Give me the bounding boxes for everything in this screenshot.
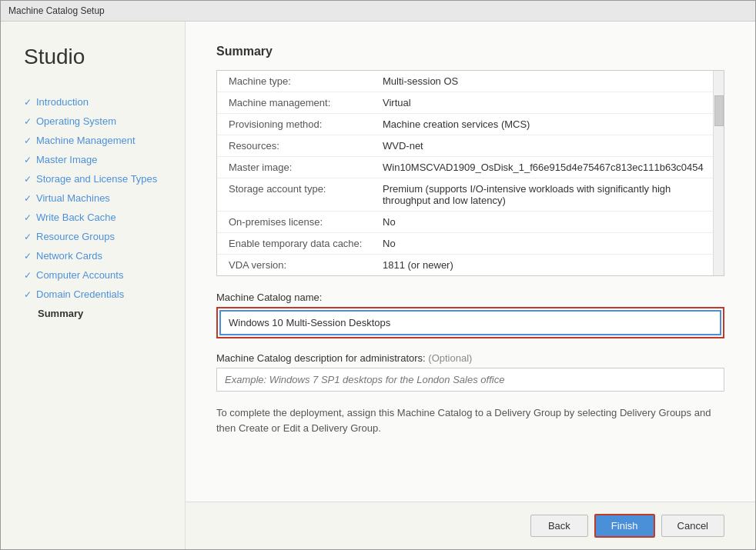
summary-row-label: Provisioning method: <box>229 118 383 130</box>
info-text: To complete the deployment, assign this … <box>216 405 724 435</box>
back-button[interactable]: Back <box>530 515 588 537</box>
title-bar: Machine Catalog Setup <box>1 1 755 22</box>
sidebar-nav: ✓Introduction✓Operating System✓Machine M… <box>24 92 169 323</box>
sidebar-label: Network Cards <box>36 250 102 262</box>
content-area: Studio ✓Introduction✓Operating System✓Ma… <box>1 22 755 549</box>
sidebar-item-network-cards[interactable]: ✓Network Cards <box>24 246 169 265</box>
summary-row: Machine management: Virtual <box>217 92 724 114</box>
summary-row-value: WVD-net <box>383 140 712 152</box>
summary-row: On-premises license: No <box>217 212 724 233</box>
summary-row: Machine type: Multi-session OS <box>217 71 724 92</box>
summary-row-label: Master image: <box>229 162 383 173</box>
summary-row-value: Premium (supports I/O-intensive workload… <box>383 183 712 206</box>
sidebar-item-machine-management[interactable]: ✓Machine Management <box>24 131 169 150</box>
sidebar-label: Master Image <box>36 154 97 165</box>
check-icon: ✓ <box>24 270 32 281</box>
summary-row-label: Resources: <box>229 140 383 152</box>
scrollbar-thumb[interactable] <box>714 95 724 126</box>
summary-row-label: On-premises license: <box>229 216 383 228</box>
window-title: Machine Catalog Setup <box>8 5 105 16</box>
description-label: Machine Catalog description for administ… <box>216 352 724 364</box>
catalog-name-red-border <box>216 307 724 338</box>
sidebar: Studio ✓Introduction✓Operating System✓Ma… <box>1 22 186 549</box>
summary-row: Storage account type: Premium (supports … <box>217 178 724 212</box>
sidebar-item-storage-license-types[interactable]: ✓Storage and License Types <box>24 169 169 188</box>
main-window: Machine Catalog Setup Studio ✓Introducti… <box>0 0 756 550</box>
cancel-button[interactable]: Cancel <box>661 515 724 537</box>
sidebar-label: Summary <box>38 308 83 319</box>
summary-row-label: Storage account type: <box>229 183 383 206</box>
sidebar-label: Virtual Machines <box>36 192 110 204</box>
check-icon: ✓ <box>24 135 32 146</box>
sidebar-item-virtual-machines[interactable]: ✓Virtual Machines <box>24 188 169 208</box>
summary-row: Resources: WVD-net <box>217 135 724 157</box>
check-icon: ✓ <box>24 193 32 204</box>
sidebar-item-domain-credentials[interactable]: ✓Domain Credentials <box>24 285 169 304</box>
sidebar-title: Studio <box>24 45 169 69</box>
check-icon: ✓ <box>24 251 32 262</box>
sidebar-label: Introduction <box>36 96 89 108</box>
scrollbar-track[interactable] <box>713 71 724 275</box>
button-bar: Back Finish Cancel <box>186 502 755 549</box>
summary-box: Machine type: Multi-session OS Machine m… <box>216 70 724 276</box>
sidebar-label: Resource Groups <box>36 231 115 242</box>
summary-row-label: VDA version: <box>229 259 383 271</box>
summary-row: Provisioning method: Machine creation se… <box>217 114 724 135</box>
sidebar-label: Machine Management <box>36 135 135 146</box>
check-icon: ✓ <box>24 97 32 108</box>
sidebar-item-write-back-cache[interactable]: ✓Write Back Cache <box>24 208 169 227</box>
catalog-name-input[interactable] <box>221 312 720 334</box>
sidebar-item-master-image[interactable]: ✓Master Image <box>24 150 169 169</box>
summary-row-value: Multi-session OS <box>383 75 712 87</box>
sidebar-label: Computer Accounts <box>36 269 123 281</box>
description-input-wrapper <box>216 368 724 392</box>
summary-row: VDA version: 1811 (or newer) <box>217 255 724 275</box>
summary-row-label: Machine type: <box>229 75 383 87</box>
summary-row-value: 1811 (or newer) <box>383 259 712 271</box>
check-icon: ✓ <box>24 116 32 127</box>
summary-row-value: No <box>383 216 712 228</box>
sidebar-item-introduction[interactable]: ✓Introduction <box>24 92 169 112</box>
summary-row-value: No <box>383 238 712 249</box>
check-icon: ✓ <box>24 155 32 165</box>
main-content: Summary Machine type: Multi-session OS M… <box>186 22 755 502</box>
check-icon: ✓ <box>24 174 32 185</box>
summary-row-label: Enable temporary data cache: <box>229 238 383 249</box>
description-label-text: Machine Catalog description for administ… <box>216 352 426 364</box>
sidebar-label: Operating System <box>36 115 116 127</box>
sidebar-label: Storage and License Types <box>36 173 157 185</box>
summary-row: Master image: Win10MSCVAD1909_OsDisk_1_f… <box>217 157 724 178</box>
description-section: Machine Catalog description for administ… <box>216 352 724 392</box>
catalog-name-section: Machine Catalog name: <box>216 292 724 338</box>
finish-button[interactable]: Finish <box>594 514 655 538</box>
sidebar-item-operating-system[interactable]: ✓Operating System <box>24 112 169 131</box>
summary-row-label: Machine management: <box>229 97 383 108</box>
sidebar-label: Write Back Cache <box>36 212 116 223</box>
description-optional-text: (Optional) <box>428 352 472 364</box>
summary-row: Enable temporary data cache: No <box>217 233 724 255</box>
sidebar-item-summary[interactable]: Summary <box>24 304 169 323</box>
description-input[interactable] <box>217 368 724 391</box>
check-icon: ✓ <box>24 212 32 223</box>
catalog-name-blue-border <box>219 310 721 335</box>
summary-row-value: Win10MSCVAD1909_OsDisk_1_f66e915d4e75467… <box>383 162 712 173</box>
sidebar-item-computer-accounts[interactable]: ✓Computer Accounts <box>24 265 169 285</box>
summary-row-value: Virtual <box>383 97 712 108</box>
catalog-name-label: Machine Catalog name: <box>216 292 724 303</box>
summary-table: Machine type: Multi-session OS Machine m… <box>217 71 724 275</box>
check-icon: ✓ <box>24 289 32 300</box>
sidebar-item-resource-groups[interactable]: ✓Resource Groups <box>24 227 169 246</box>
summary-row-value: Machine creation services (MCS) <box>383 118 712 130</box>
check-icon: ✓ <box>24 232 32 242</box>
sidebar-label: Domain Credentials <box>36 288 124 300</box>
section-title: Summary <box>216 45 724 58</box>
